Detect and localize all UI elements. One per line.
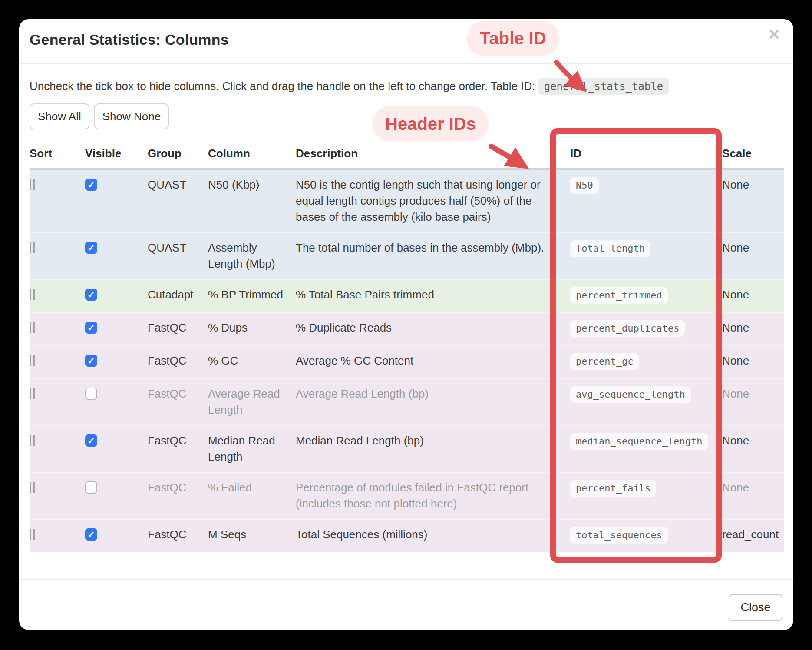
page-title: General Statistics: Columns (30, 31, 229, 48)
table-row: QUAST Assembly Length (Mbp) The total nu… (30, 232, 784, 279)
visibility-checkbox[interactable] (85, 322, 97, 334)
footer-divider (19, 579, 793, 580)
id-badge: percent_gc (570, 353, 639, 370)
table-row: FastQC % GC Average % GC Content percent… (30, 345, 784, 378)
id-badge: percent_duplicates (570, 320, 685, 337)
visibility-checkbox[interactable] (85, 434, 97, 447)
close-button[interactable]: Close (729, 594, 782, 621)
intro-sentence: Uncheck the tick box to hide columns. Cl… (30, 80, 535, 93)
table-row: FastQC Median Read Length Median Read Le… (30, 425, 784, 472)
visibility-checkbox[interactable] (85, 481, 97, 494)
visibility-button-row: Show All Show None (30, 103, 169, 129)
visibility-checkbox[interactable] (85, 242, 97, 254)
description-cell: Percentage of modules failed in FastQC r… (296, 472, 570, 519)
table-id-annotation: Table ID (467, 21, 559, 56)
drag-handle-icon[interactable] (30, 179, 35, 190)
group-cell: FastQC (148, 472, 208, 519)
id-badge: percent_trimmed (570, 287, 668, 304)
column-cell: Average Read Length (208, 378, 296, 425)
group-cell: FastQC (148, 425, 208, 472)
header-scale: Scale (722, 144, 784, 169)
header-divider (19, 63, 793, 64)
group-cell: QUAST (148, 169, 208, 232)
scale-cell: None (722, 481, 749, 494)
columns-config-modal: General Statistics: Columns × Uncheck th… (19, 19, 793, 630)
table-row: FastQC % Dups % Duplicate Reads percent_… (30, 312, 784, 345)
table-row: FastQC Average Read Length Average Read … (30, 378, 784, 425)
id-badge: avg_sequence_length (570, 386, 691, 403)
description-cell: % Duplicate Reads (296, 312, 570, 345)
scale-cell: None (722, 241, 749, 254)
scale-cell: None (722, 288, 749, 301)
drag-handle-icon[interactable] (30, 355, 35, 366)
column-cell: N50 (Kbp) (208, 169, 296, 232)
scale-cell: None (722, 321, 749, 334)
show-none-button[interactable]: Show None (94, 103, 169, 129)
column-cell: % BP Trimmed (208, 279, 296, 312)
scale-cell: None (722, 387, 749, 400)
close-icon[interactable]: × (769, 25, 779, 43)
table-row: QUAST N50 (Kbp) N50 is the contig length… (30, 169, 784, 232)
description-cell: Average Read Length (bp) (296, 378, 570, 425)
scale-cell: None (722, 178, 749, 191)
column-cell: % Dups (208, 312, 296, 345)
description-cell: Median Read Length (bp) (296, 425, 570, 472)
id-badge: total_sequences (570, 527, 668, 544)
visibility-checkbox[interactable] (85, 355, 97, 367)
drag-handle-icon[interactable] (30, 529, 35, 540)
table-id-code: general_stats_table (538, 78, 669, 95)
header-group: Group (148, 144, 208, 169)
header-column: Column (208, 144, 296, 169)
visibility-checkbox[interactable] (85, 289, 97, 301)
group-cell: Cutadapt (148, 279, 208, 312)
columns-table: Sort Visible Group Column Description ID… (30, 144, 784, 552)
column-cell: M Seqs (208, 519, 296, 552)
header-visible: Visible (85, 144, 148, 169)
visibility-checkbox[interactable] (85, 388, 97, 400)
drag-handle-icon[interactable] (30, 322, 35, 333)
column-cell: % Failed (208, 472, 296, 519)
description-cell: Average % GC Content (296, 345, 570, 378)
description-cell: The total number of bases in the assembl… (296, 232, 570, 279)
visibility-checkbox[interactable] (85, 179, 97, 191)
group-cell: FastQC (148, 312, 208, 345)
header-id: ID (570, 144, 722, 169)
group-cell: FastQC (148, 345, 208, 378)
show-all-button[interactable]: Show All (30, 103, 89, 129)
table-row: FastQC % Failed Percentage of modules fa… (30, 472, 784, 519)
header-sort: Sort (30, 144, 85, 169)
drag-handle-icon[interactable] (30, 242, 35, 253)
column-cell: % GC (208, 345, 296, 378)
column-cell: Assembly Length (Mbp) (208, 232, 296, 279)
table-row: FastQC M Seqs Total Sequences (millions)… (30, 519, 784, 552)
drag-handle-icon[interactable] (30, 482, 35, 493)
header-ids-annotation: Header IDs (373, 106, 489, 141)
table-row: Cutadapt % BP Trimmed % Total Base Pairs… (30, 279, 784, 312)
id-badge: median_sequence_length (570, 433, 708, 450)
group-cell: FastQC (148, 378, 208, 425)
column-cell: Median Read Length (208, 425, 296, 472)
intro-text: Uncheck the tick box to hide columns. Cl… (30, 78, 776, 95)
id-badge: percent_fails (570, 480, 656, 497)
visibility-checkbox[interactable] (85, 528, 97, 541)
scale-cell: read_count (722, 528, 779, 541)
description-cell: N50 is the contig length such that using… (296, 169, 570, 232)
drag-handle-icon[interactable] (30, 435, 35, 446)
header-description: Description (296, 144, 570, 169)
group-cell: FastQC (148, 519, 208, 552)
drag-handle-icon[interactable] (30, 289, 35, 300)
screenshot-background: General Statistics: Columns × Uncheck th… (0, 0, 812, 650)
drag-handle-icon[interactable] (30, 388, 35, 399)
scale-cell: None (722, 354, 749, 367)
description-cell: Total Sequences (millions) (296, 519, 570, 552)
scale-cell: None (722, 434, 749, 447)
group-cell: QUAST (148, 232, 208, 279)
id-badge: Total length (570, 240, 650, 257)
id-badge: N50 (570, 177, 599, 194)
table-header-row: Sort Visible Group Column Description ID… (30, 144, 784, 169)
description-cell: % Total Base Pairs trimmed (296, 279, 570, 312)
